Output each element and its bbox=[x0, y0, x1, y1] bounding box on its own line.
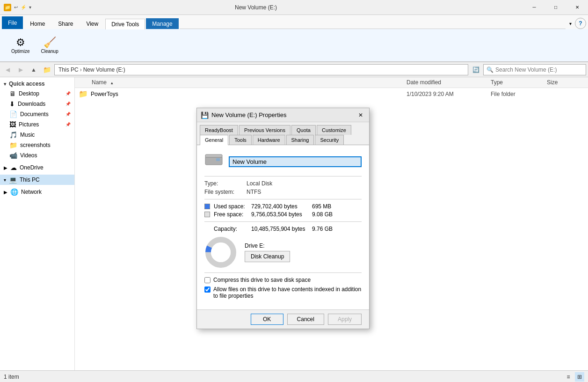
tab-security[interactable]: Security bbox=[315, 135, 344, 145]
disk-icon bbox=[204, 153, 223, 170]
free-space-size: 9.08 GB bbox=[312, 211, 333, 218]
capacity-label: Capacity: bbox=[214, 226, 251, 232]
type-value: Local Disk bbox=[247, 180, 272, 187]
tab-quota[interactable]: Quota bbox=[291, 125, 316, 135]
used-space-size: 695 MB bbox=[312, 203, 331, 210]
divider2 bbox=[204, 199, 362, 199]
free-color-box bbox=[204, 212, 210, 217]
compress-checkbox-row[interactable]: Compress this drive to save disk space bbox=[204, 277, 362, 283]
svg-point-5 bbox=[211, 242, 231, 262]
dialog-title-bar: 💾 New Volume (E:) Properties ✕ bbox=[197, 108, 369, 122]
tab-sharing[interactable]: Sharing bbox=[286, 135, 314, 145]
dialog-body: Type: Local Disk File system: NTFS Used … bbox=[197, 145, 369, 309]
free-space-label: Free space: bbox=[214, 211, 251, 218]
disk-cleanup-button[interactable]: Disk Cleanup bbox=[245, 251, 290, 262]
index-checkbox-row[interactable]: Allow files on this drive to have conten… bbox=[204, 286, 362, 299]
svg-rect-2 bbox=[216, 158, 220, 161]
fs-value: NTFS bbox=[247, 189, 261, 195]
type-label: Type: bbox=[204, 180, 247, 187]
modal-overlay: 💾 New Volume (E:) Properties ✕ ReadyBoos… bbox=[0, 0, 588, 382]
capacity-bytes: 10,485,755,904 bytes bbox=[251, 226, 312, 232]
drive-label-container: Drive E: Disk Cleanup bbox=[245, 242, 290, 262]
volume-name-input[interactable] bbox=[229, 156, 362, 167]
properties-dialog: 💾 New Volume (E:) Properties ✕ ReadyBoos… bbox=[196, 108, 370, 329]
cancel-button[interactable]: Cancel bbox=[287, 314, 324, 325]
donut-container: Drive E: Disk Cleanup bbox=[204, 236, 362, 269]
used-space-bytes: 729,702,400 bytes bbox=[251, 203, 312, 210]
divider3 bbox=[204, 221, 362, 222]
capacity-size: 9.76 GB bbox=[312, 226, 333, 232]
dialog-footer: OK Cancel Apply bbox=[197, 309, 369, 329]
used-space-label: Used space: bbox=[214, 203, 251, 210]
free-space-bytes: 9,756,053,504 bytes bbox=[251, 211, 312, 218]
compress-label: Compress this drive to save disk space bbox=[213, 277, 311, 283]
dialog-tabs-row2: General Tools Hardware Sharing Security bbox=[197, 135, 369, 145]
capacity-spacer bbox=[204, 226, 210, 232]
drive-label: Drive E: bbox=[245, 242, 290, 249]
used-space-row: Used space: 729,702,400 bytes 695 MB bbox=[204, 203, 362, 210]
free-space-row: Free space: 9,756,053,504 bytes 9.08 GB bbox=[204, 211, 362, 218]
compress-checkbox[interactable] bbox=[204, 277, 211, 283]
type-row: Type: Local Disk bbox=[204, 180, 362, 187]
index-checkbox[interactable] bbox=[204, 286, 211, 293]
index-label: Allow files on this drive to have conten… bbox=[213, 286, 362, 299]
tab-general[interactable]: General bbox=[200, 135, 228, 145]
dialog-icon: 💾 bbox=[201, 111, 209, 119]
tab-tools[interactable]: Tools bbox=[229, 135, 252, 145]
tab-customize[interactable]: Customize bbox=[317, 125, 351, 135]
divider1 bbox=[204, 176, 362, 176]
disk-name-row bbox=[204, 153, 362, 170]
svg-rect-1 bbox=[205, 154, 222, 157]
fs-row: File system: NTFS bbox=[204, 189, 362, 195]
apply-button[interactable]: Apply bbox=[328, 314, 362, 325]
dialog-tabs-row1: ReadyBoost Previous Versions Quota Custo… bbox=[197, 122, 369, 135]
dialog-title: New Volume (E:) Properties bbox=[211, 111, 356, 118]
fs-label: File system: bbox=[204, 189, 247, 195]
donut-chart bbox=[204, 236, 237, 269]
used-color-box bbox=[204, 204, 210, 209]
ok-button[interactable]: OK bbox=[251, 314, 283, 325]
capacity-row: Capacity: 10,485,755,904 bytes 9.76 GB bbox=[204, 226, 362, 232]
divider4 bbox=[204, 272, 362, 273]
tab-hardware[interactable]: Hardware bbox=[253, 135, 285, 145]
tab-previous-versions[interactable]: Previous Versions bbox=[239, 125, 290, 135]
tab-readyboost[interactable]: ReadyBoost bbox=[200, 125, 238, 135]
dialog-close-button[interactable]: ✕ bbox=[356, 110, 365, 120]
